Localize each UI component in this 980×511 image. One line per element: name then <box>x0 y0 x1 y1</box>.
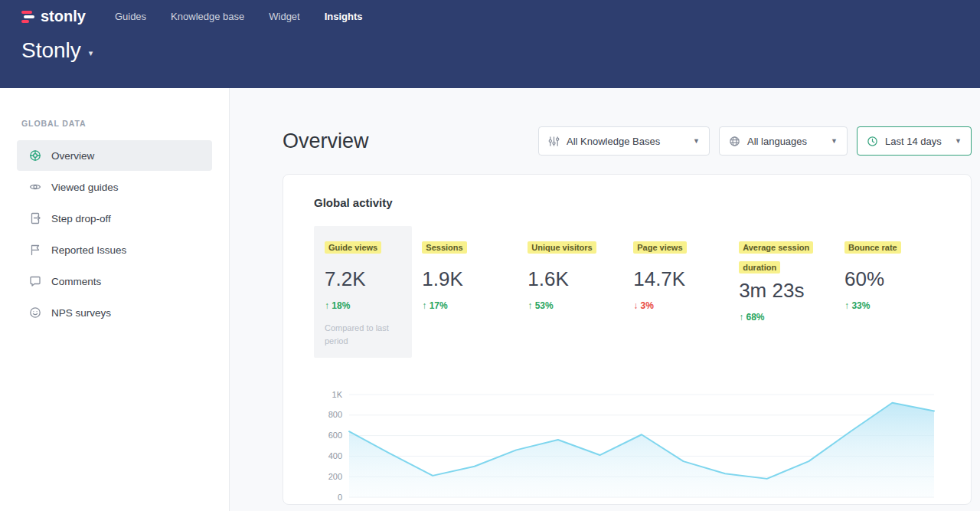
metric-change: 3% <box>633 300 729 311</box>
chevron-down-icon: ▼ <box>693 137 700 145</box>
sidebar-item-viewed-guides[interactable]: Viewed guides <box>17 172 212 202</box>
activity-chart: 02004006008001K5678910111213141516171819 <box>314 384 942 505</box>
svg-text:0: 0 <box>338 493 342 502</box>
stonly-logo-icon <box>21 10 35 24</box>
top-nav-row: stonly Guides Knowledge base Widget Insi… <box>21 0 959 25</box>
smiley-icon <box>29 306 41 319</box>
metric-change: 18% <box>325 300 401 311</box>
sidebar-item-comments[interactable]: Comments <box>17 266 212 296</box>
svg-text:200: 200 <box>328 472 342 481</box>
sidebar-section-label: GLOBAL DATA <box>17 119 212 128</box>
languages-filter[interactable]: All languages ▼ <box>719 126 848 156</box>
metric-sessions: Sessions 1.9K 17% <box>422 226 518 311</box>
comment-icon <box>29 275 41 287</box>
lifebuoy-icon <box>29 149 41 162</box>
metric-label: Unique visitors <box>528 241 596 254</box>
metric-value: 7.2K <box>325 267 401 291</box>
svg-text:600: 600 <box>328 431 342 440</box>
chevron-down-icon: ▼ <box>955 137 962 145</box>
workspace-title: Stonly <box>21 38 81 63</box>
page-title: Overview <box>283 129 369 153</box>
nav-item-guides[interactable]: Guides <box>115 11 146 22</box>
flag-icon <box>29 244 41 256</box>
sidebar-item-nps-surveys[interactable]: NPS surveys <box>17 297 212 328</box>
metric-label: Sessions <box>422 241 466 254</box>
metric-change: 17% <box>422 300 518 311</box>
sidebar-item-step-drop-off[interactable]: Step drop-off <box>17 203 212 234</box>
nav-item-knowledge-base[interactable]: Knowledge base <box>171 11 244 22</box>
metric-value: 60% <box>844 267 940 291</box>
sidebar-item-label: NPS surveys <box>51 307 111 319</box>
metric-change: 68% <box>739 312 835 323</box>
metric-value: 3m 23s <box>739 279 835 303</box>
eye-icon <box>29 181 41 193</box>
clock-icon <box>867 136 878 147</box>
metric-label: Guide views <box>325 241 381 254</box>
sidebar-item-overview[interactable]: Overview <box>17 140 212 171</box>
metric-unique-visitors: Unique visitors 1.6K 53% <box>528 226 623 311</box>
sidebar: GLOBAL DATA Overview Viewed guides Step … <box>0 88 230 511</box>
metric-change: 33% <box>844 300 940 311</box>
sidebar-item-label: Overview <box>51 150 94 162</box>
sliders-icon <box>548 136 560 147</box>
activity-chart-wrap: 02004006008001K5678910111213141516171819 <box>314 384 940 505</box>
date-range-filter[interactable]: Last 14 days ▼ <box>857 126 972 156</box>
metric-label: Bounce rate <box>844 241 901 254</box>
filter-label: All Knowledge Bases <box>567 136 660 147</box>
top-nav: Guides Knowledge base Widget Insights <box>115 11 363 22</box>
nav-item-widget[interactable]: Widget <box>269 11 299 22</box>
metric-bounce-rate: Bounce rate 60% 33% <box>844 226 940 311</box>
page-export-icon <box>29 212 41 224</box>
metrics-row: Guide views 7.2K 18% Compared to last pe… <box>314 226 940 358</box>
stonly-logo-text: stonly <box>41 8 86 25</box>
stonly-logo[interactable]: stonly <box>21 8 86 25</box>
metric-label: Page views <box>633 241 686 254</box>
filters-bar: All Knowledge Bases ▼ All languages ▼ La… <box>538 126 972 156</box>
metric-value: 14.7K <box>633 267 729 291</box>
global-activity-card: Global activity Guide views 7.2K 18% Com… <box>283 174 972 505</box>
metric-value: 1.9K <box>422 267 518 291</box>
sidebar-item-label: Viewed guides <box>51 182 119 193</box>
svg-text:1K: 1K <box>332 390 343 399</box>
globe-icon <box>729 136 740 147</box>
metric-guide-views: Guide views 7.2K 18% Compared to last pe… <box>314 226 412 358</box>
metric-note: Compared to last period <box>325 322 401 347</box>
knowledge-bases-filter[interactable]: All Knowledge Bases ▼ <box>538 126 710 156</box>
metric-value: 1.6K <box>528 267 623 291</box>
filter-label: All languages <box>747 136 807 147</box>
metric-page-views: Page views 14.7K 3% <box>633 226 729 311</box>
svg-text:800: 800 <box>328 410 342 419</box>
sidebar-item-label: Reported Issues <box>51 244 126 256</box>
sidebar-item-label: Comments <box>51 276 101 287</box>
metric-change: 53% <box>528 300 623 311</box>
card-title: Global activity <box>314 196 940 209</box>
filter-label: Last 14 days <box>885 136 942 147</box>
metric-label: Average session duration <box>739 241 813 274</box>
top-header: stonly Guides Knowledge base Widget Insi… <box>0 0 980 88</box>
chevron-down-icon: ▾ <box>89 44 93 58</box>
main-content: Overview All Knowledge Bases ▼ All langu… <box>230 88 980 511</box>
chevron-down-icon: ▼ <box>831 137 838 145</box>
sidebar-item-label: Step drop-off <box>51 213 111 224</box>
nav-item-insights[interactable]: Insights <box>325 11 363 22</box>
svg-text:400: 400 <box>328 451 342 460</box>
sidebar-item-reported-issues[interactable]: Reported Issues <box>17 234 212 265</box>
workspace-selector[interactable]: Stonly ▾ <box>21 38 959 63</box>
metric-avg-session-duration: Average session duration 3m 23s 68% <box>739 226 835 323</box>
